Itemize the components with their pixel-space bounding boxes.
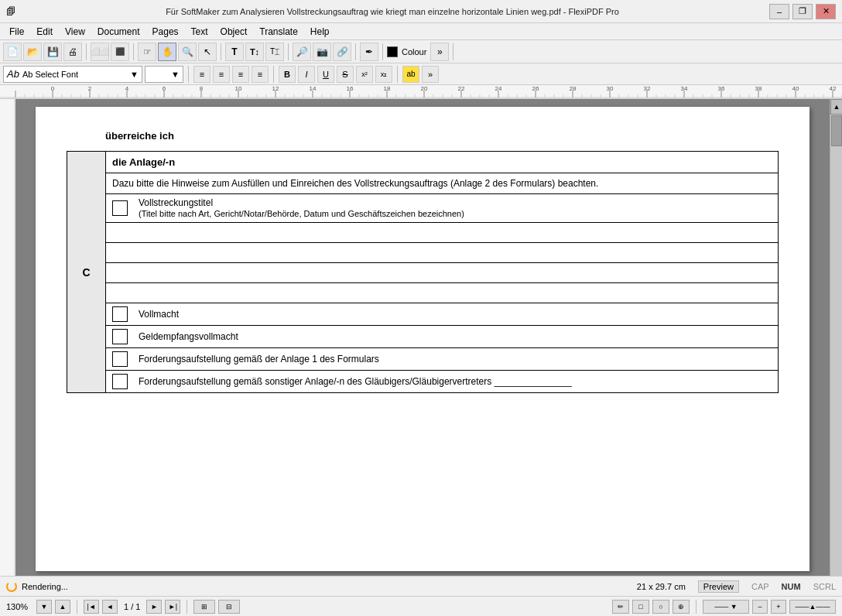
rectangle-btn[interactable]: □ — [632, 600, 649, 614]
underline-btn[interactable]: U — [317, 66, 334, 83]
subscript-btn[interactable]: x₂ — [375, 66, 392, 83]
svg-text:4: 4 — [125, 85, 129, 92]
preview-label: Preview — [698, 580, 739, 593]
menu-item-edit[interactable]: Edit — [30, 25, 59, 39]
first-page-btn[interactable]: |◄ — [84, 600, 99, 614]
vertical-scrollbar[interactable]: ▲ — [830, 99, 842, 576]
menu-item-text[interactable]: Text — [185, 25, 214, 39]
checkbox-vollmacht[interactable] — [112, 306, 128, 322]
hand-tool[interactable]: ✋ — [158, 43, 176, 61]
separator7 — [453, 43, 454, 60]
menu-item-pages[interactable]: Pages — [146, 25, 185, 39]
sep-font — [188, 66, 189, 83]
close-button[interactable]: ✕ — [816, 4, 836, 19]
next-page-btn[interactable]: ► — [146, 600, 162, 614]
scroll-up-btn[interactable]: ▲ — [830, 99, 842, 115]
copy-button[interactable]: ⬜⬜ — [91, 43, 109, 61]
menu-item-object[interactable]: Object — [214, 25, 254, 39]
section-c-content: die Anlage/-n Dazu bitte die Hinweise zu… — [106, 152, 778, 392]
open-button[interactable]: 📂 — [23, 43, 42, 61]
section-c-container: C die Anlage/-n Dazu bitte die Hinweise … — [67, 151, 779, 393]
separator1 — [86, 43, 87, 60]
align-left-btn[interactable]: ≡ — [193, 66, 210, 83]
svg-text:16: 16 — [347, 85, 354, 92]
checkbox-vollstreckungstitel[interactable] — [112, 200, 128, 216]
menu-item-translate[interactable]: Translate — [253, 25, 304, 39]
minimize-button[interactable]: – — [769, 4, 789, 19]
svg-text:22: 22 — [458, 85, 465, 92]
prev-page-btn[interactable]: ◄ — [102, 600, 118, 614]
last-page-btn[interactable]: ►| — [165, 600, 180, 614]
section-c-label: C — [67, 152, 106, 392]
checkbox-geldempfang[interactable] — [112, 329, 128, 344]
text-tool[interactable]: T — [225, 43, 244, 61]
svg-text:26: 26 — [532, 85, 539, 92]
font-size-select[interactable]: ▼ — [145, 66, 183, 83]
highlight-btn[interactable]: ab — [402, 66, 419, 83]
sep-align — [273, 66, 274, 83]
text-vollstreckungstitel: Vollstreckungstitel (Titel bitte nach Ar… — [134, 194, 469, 222]
bold-btn[interactable]: B — [279, 66, 296, 83]
text-tool3[interactable]: T⌶ — [265, 43, 284, 61]
align-center-btn[interactable]: ≡ — [213, 66, 230, 83]
italic-btn[interactable]: I — [298, 66, 315, 83]
menu-item-file[interactable]: File — [3, 25, 30, 39]
stamp-btn[interactable]: ⊕ — [673, 600, 690, 614]
search-tool[interactable]: 🔍 — [178, 43, 197, 61]
row-geldempfang: Geldempfangsvollmacht — [106, 326, 778, 348]
colour-expand[interactable]: » — [430, 43, 449, 61]
menu-item-help[interactable]: Help — [304, 25, 336, 39]
link-btn[interactable]: 🔗 — [333, 43, 351, 61]
checkbox-forderung1[interactable] — [112, 351, 128, 367]
sep-format — [397, 66, 398, 83]
align-right-btn[interactable]: ≡ — [232, 66, 249, 83]
text-tool2[interactable]: T↕ — [245, 43, 264, 61]
new-button[interactable]: 📄 — [3, 43, 22, 61]
circle-btn[interactable]: ○ — [652, 600, 669, 614]
zoom-down-btn[interactable]: ▼ — [36, 600, 52, 614]
more-btn[interactable]: » — [422, 66, 439, 83]
plus-btn[interactable]: + — [771, 600, 786, 614]
menu-item-view[interactable]: View — [59, 25, 91, 39]
pen-btn[interactable]: ✒ — [360, 43, 378, 61]
strikethrough-btn[interactable]: S — [337, 66, 354, 83]
pointer-tool[interactable]: ↖ — [198, 43, 217, 61]
fit-width-btn[interactable]: ⊟ — [218, 600, 240, 614]
zoom-slider-btn[interactable]: ——▲—— — [789, 600, 836, 614]
print-button[interactable]: 🖨 — [63, 43, 82, 61]
annotation-btn[interactable]: ✏ — [612, 600, 629, 614]
zoom-out[interactable]: 🔎 — [293, 43, 311, 61]
svg-text:18: 18 — [384, 85, 391, 92]
scroll-thumb[interactable] — [831, 115, 842, 146]
page-info: 1 / 1 — [121, 602, 143, 611]
titlebar: 🗐 Für SoftMaker zum Analysieren Vollstre… — [0, 0, 842, 23]
statusbar: Rendering... 21 x 29.7 cm Preview CAP NU… — [0, 576, 842, 596]
camera-btn[interactable]: 📷 — [313, 43, 331, 61]
svg-text:42: 42 — [830, 85, 837, 92]
select-tool[interactable]: ☞ — [138, 43, 156, 61]
font-select[interactable]: Ab Ab Select Font ▼ — [3, 66, 142, 83]
sep-tools — [696, 600, 697, 614]
zoom-up-btn[interactable]: ▲ — [55, 600, 70, 614]
paste-button[interactable]: ⬛ — [111, 43, 129, 61]
checkbox-forderung2[interactable] — [112, 374, 128, 389]
minus-btn[interactable]: – — [752, 600, 768, 614]
restore-button[interactable]: ❐ — [792, 4, 813, 19]
menu-item-document[interactable]: Document — [91, 25, 146, 39]
document-area[interactable]: überreiche ich C die Anlage/-n Dazu bitt… — [15, 99, 830, 576]
line-tool-btn[interactable]: —— ▼ — [703, 600, 749, 614]
menubar: FileEditViewDocumentPagesTextObjectTrans… — [0, 23, 842, 40]
statusbar-right: 21 x 29.7 cm Preview CAP NUM SCRL — [637, 580, 836, 593]
save-button[interactable]: 💾 — [43, 43, 62, 61]
num-indicator: NUM — [782, 582, 801, 591]
align-justify-btn[interactable]: ≡ — [252, 66, 269, 83]
window-title: Für SoftMaker zum Analysieren Vollstreck… — [15, 7, 769, 16]
colour-box[interactable] — [387, 46, 398, 57]
separator6 — [382, 43, 383, 60]
svg-text:12: 12 — [272, 85, 279, 92]
fit-page-btn[interactable]: ⊞ — [193, 600, 215, 614]
separator5 — [355, 43, 356, 60]
superscript-btn[interactable]: x² — [356, 66, 373, 83]
colour-label: Colour — [399, 47, 429, 56]
font-select-label: Ab Select Font — [22, 70, 130, 79]
